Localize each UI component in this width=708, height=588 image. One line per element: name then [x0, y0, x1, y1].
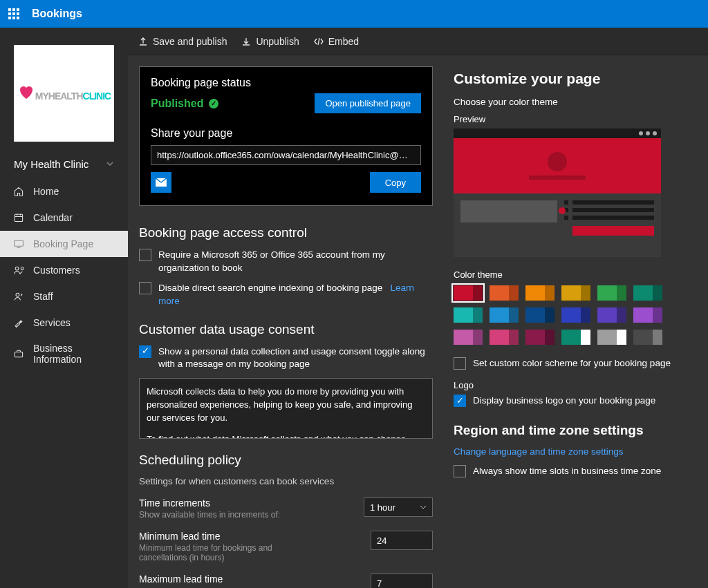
color-swatch[interactable] — [525, 307, 555, 323]
color-swatch-grid — [454, 285, 694, 345]
color-swatch[interactable] — [561, 285, 590, 301]
svg-rect-0 — [15, 214, 22, 221]
color-swatch[interactable] — [633, 285, 662, 301]
briefcase-icon — [12, 348, 25, 360]
chevron-down-icon — [106, 158, 114, 170]
color-swatch[interactable] — [597, 307, 626, 323]
sidebar-item-services[interactable]: Services — [0, 310, 128, 336]
status-published: Published ✓ — [151, 97, 218, 110]
upload-icon — [138, 36, 149, 47]
disable-indexing-label: Disable direct search engine indexing of… — [158, 282, 433, 308]
theme-preview — [454, 129, 661, 257]
color-swatch[interactable] — [454, 307, 483, 323]
sidebar: MYHEALTHCLINIC My Health Clinic Home Cal… — [0, 28, 128, 588]
nav-label: Booking Page — [33, 238, 93, 249]
consent-toggle-checkbox[interactable] — [139, 345, 151, 358]
share-url-input[interactable] — [151, 145, 421, 165]
nav-label: Customers — [33, 265, 80, 276]
mail-icon — [155, 178, 167, 187]
svg-point-2 — [15, 267, 19, 270]
color-swatch[interactable] — [490, 330, 519, 345]
require-account-checkbox[interactable] — [139, 249, 151, 261]
email-share-button[interactable] — [151, 172, 171, 193]
color-swatch[interactable] — [454, 330, 483, 345]
min-lead-hint: Minimum lead time for bookings and cance… — [139, 543, 319, 562]
unpublish-button[interactable]: Unpublish — [241, 36, 299, 47]
color-swatch[interactable] — [633, 307, 662, 323]
color-swatch[interactable] — [525, 330, 555, 345]
color-theme-label: Color theme — [454, 269, 694, 280]
nav-label: Staff — [33, 291, 53, 302]
region-heading: Region and time zone settings — [454, 423, 694, 438]
sidebar-item-booking-page[interactable]: Booking Page — [0, 231, 128, 257]
disable-indexing-checkbox[interactable] — [139, 282, 151, 294]
consent-toggle-label: Show a personal data collection and usag… — [158, 345, 433, 372]
scheduling-heading: Scheduling policy — [139, 453, 433, 468]
access-heading: Booking page access control — [139, 225, 433, 240]
svg-rect-4 — [15, 352, 22, 357]
time-increments-select[interactable]: 1 hour — [364, 497, 433, 517]
svg-point-3 — [16, 293, 19, 296]
preview-label: Preview — [454, 114, 694, 124]
require-account-label: Require a Microsoft 365 or Office 365 ac… — [158, 249, 433, 275]
time-increments-label: Time increments — [139, 497, 280, 509]
sidebar-item-business-info[interactable]: Business Information — [0, 336, 128, 372]
color-swatch[interactable] — [633, 330, 662, 345]
scheduling-sub: Settings for when customers can book ser… — [139, 476, 433, 486]
status-card-title: Booking page status — [151, 77, 421, 89]
min-lead-label: Minimum lead time — [139, 531, 319, 542]
calendar-icon — [12, 211, 25, 224]
sidebar-item-customers[interactable]: Customers — [0, 257, 128, 283]
svg-rect-1 — [15, 240, 24, 246]
app-title: Bookings — [32, 8, 82, 20]
sidebar-item-home[interactable]: Home — [0, 178, 128, 205]
business-logo: MYHEALTHCLINIC — [14, 45, 114, 142]
unpublish-icon — [241, 36, 252, 47]
status-card: Booking page status Published ✓ Open pub… — [139, 66, 433, 206]
save-publish-button[interactable]: Save and publish — [138, 36, 227, 47]
customize-heading: Customize your page — [454, 70, 694, 87]
app-launcher-icon[interactable] — [8, 8, 19, 19]
chevron-down-icon — [420, 502, 427, 513]
max-lead-label: Maximum lead time — [139, 573, 223, 585]
custom-color-label: Set custom color scheme for your booking… — [473, 357, 671, 370]
time-increments-hint: Show available times in increments of: — [139, 510, 280, 520]
business-selector[interactable]: My Health Clinic — [0, 154, 128, 178]
embed-button[interactable]: Embed — [313, 36, 359, 47]
color-swatch[interactable] — [597, 285, 626, 301]
staff-icon — [12, 290, 25, 303]
color-swatch[interactable] — [525, 285, 555, 301]
max-lead-input[interactable] — [371, 573, 433, 588]
home-icon — [12, 185, 25, 198]
sidebar-item-staff[interactable]: Staff — [0, 283, 128, 310]
custom-color-checkbox[interactable] — [454, 357, 466, 370]
copy-button[interactable]: Copy — [370, 172, 421, 193]
display-logo-checkbox[interactable] — [454, 395, 466, 407]
business-timezone-checkbox[interactable] — [454, 465, 466, 477]
consent-heading: Customer data usage consent — [139, 322, 433, 337]
color-swatch[interactable] — [597, 330, 626, 345]
people-icon — [12, 264, 25, 276]
check-icon: ✓ — [209, 99, 218, 108]
business-timezone-label: Always show time slots in business time … — [473, 465, 661, 478]
nav-label: Business Information — [33, 343, 115, 365]
customize-sub: Choose your color theme — [454, 97, 694, 107]
region-link[interactable]: Change language and time zone settings — [454, 446, 694, 457]
wrench-icon — [12, 316, 25, 329]
open-published-button[interactable]: Open published page — [315, 93, 421, 113]
color-swatch[interactable] — [561, 330, 590, 345]
screen-icon — [12, 238, 25, 250]
color-swatch[interactable] — [561, 307, 590, 323]
display-logo-label: Display business logo on your booking pa… — [473, 395, 655, 408]
color-swatch[interactable] — [490, 307, 519, 323]
sidebar-item-calendar[interactable]: Calendar — [0, 205, 128, 231]
nav-label: Home — [33, 186, 59, 197]
share-title: Share your page — [151, 127, 421, 140]
logo-section-label: Logo — [454, 380, 694, 390]
color-swatch[interactable] — [454, 285, 483, 301]
min-lead-input[interactable] — [371, 531, 433, 550]
color-swatch[interactable] — [490, 285, 519, 301]
business-name: My Health Clinic — [14, 158, 88, 170]
consent-text-box[interactable]: Microsoft collects data to help you do m… — [139, 378, 433, 439]
nav-label: Services — [33, 317, 71, 328]
